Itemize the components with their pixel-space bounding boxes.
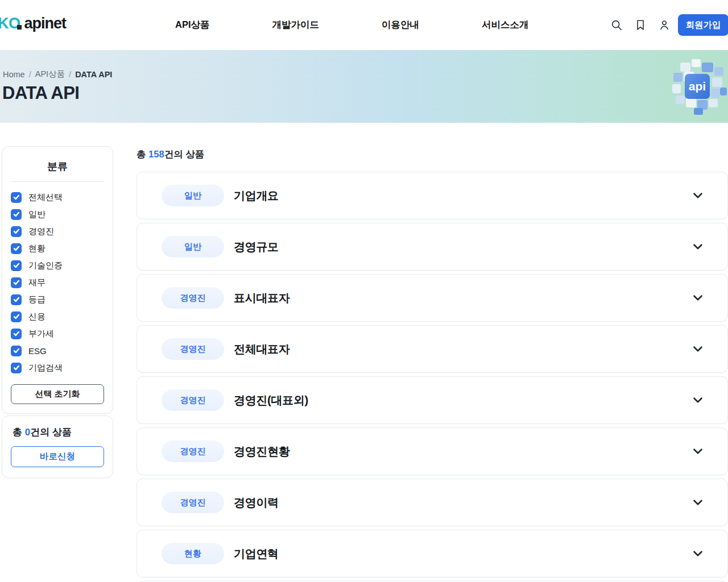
filter-panel: 분류 전체선택 일반 경영진 현황 기술인증 [2,146,113,414]
top-header: KO apinet API상품 개발가이드 이용안내 서비스소개 회원가입 [0,0,728,50]
filter-label: 전체선택 [28,192,63,203]
total-count-suffix: 건의 상품 [164,149,205,159]
product-title: 경영규모 [234,239,279,255]
filter-item-general[interactable]: 일반 [11,206,104,223]
chevron-down-icon[interactable] [690,392,706,408]
main-nav: API상품 개발가이드 이용안내 서비스소개 [175,0,529,50]
product-list-section: 총 158건의 상품 일반 기업개요 일반 경영규모 경영진 표시대표자 경영진… [136,148,728,582]
chevron-down-icon[interactable] [690,290,706,306]
product-accordion-list: 일반 기업개요 일반 경영규모 경영진 표시대표자 경영진 전체대표자 경영진 [136,172,728,582]
filter-label: 기업검색 [28,363,63,373]
logo-apinet: apinet [24,15,67,32]
filter-item-company-search[interactable]: 기업검색 [11,359,104,376]
filter-item-status[interactable]: 현황 [11,240,104,257]
product-row[interactable]: 경영진 표시대표자 [136,274,728,322]
apply-now-button[interactable]: 바로신청 [11,446,104,467]
category-badge: 일반 [162,236,224,257]
selected-count-suffix: 건의 상품 [30,427,72,438]
product-title: 기업연혁 [234,546,279,562]
breadcrumb-current: DATA API [75,70,112,79]
chevron-down-icon[interactable] [690,494,706,510]
product-title: 기업개요 [234,188,279,203]
logo-notch [17,25,22,30]
filter-label: 현황 [28,243,46,254]
product-title: 경영진현황 [234,444,290,459]
signup-button[interactable]: 회원가입 [678,14,728,36]
nav-usage-info[interactable]: 이용안내 [382,19,419,31]
chevron-down-icon[interactable] [690,546,706,562]
nav-dev-guide[interactable]: 개발가이드 [272,19,320,31]
checkbox-checked-icon[interactable] [11,329,22,339]
product-row[interactable]: 경영진 경영이력 [136,479,728,526]
page: KO apinet API상품 개발가이드 이용안내 서비스소개 회원가입 Ho… [0,0,728,582]
breadcrumb-separator: / [69,70,71,79]
filter-item-finance[interactable]: 재무 [11,274,104,291]
logo-ko: KO [0,15,20,32]
checkbox-checked-icon[interactable] [11,209,22,220]
product-row[interactable]: 일반 기업개요 [136,172,728,219]
checkbox-checked-icon[interactable] [11,363,22,373]
chevron-down-icon[interactable] [690,443,706,459]
checkbox-checked-icon[interactable] [11,226,22,237]
total-count-number: 158 [148,149,164,159]
product-row[interactable]: 경영진 경영진현황 [136,427,728,475]
product-row[interactable]: 경영진 경영진(대표외) [136,376,728,424]
filter-item-esg[interactable]: ESG [11,342,104,359]
filter-label: 재무 [28,277,46,288]
svg-text:api: api [689,80,706,93]
chevron-down-icon[interactable] [690,239,706,255]
category-badge: 경영진 [162,440,224,462]
total-count-text: 총 158건의 상품 [136,148,728,161]
filter-list: 전체선택 일반 경영진 현황 기술인증 재무 [11,189,104,376]
filter-item-vat[interactable]: 부가세 [11,325,104,342]
product-row[interactable]: 경영진 전체대표자 [136,325,728,373]
filter-item-grade[interactable]: 등급 [11,291,104,308]
logo[interactable]: KO apinet [0,15,66,32]
account-icon[interactable] [657,19,671,32]
chevron-down-icon[interactable] [690,188,706,203]
api-cube-illustration: api [664,57,728,117]
selection-summary-panel: 총 0건의 상품 바로신청 [2,415,113,478]
filter-label: 일반 [28,209,46,220]
selected-count-text: 총 0건의 상품 [11,426,104,439]
reset-selection-button[interactable]: 선택 초기화 [11,384,104,404]
breadcrumb-home[interactable]: Home [3,70,25,79]
filter-label: 부가세 [28,329,54,339]
category-badge: 경영진 [162,338,224,360]
nav-api-products[interactable]: API상품 [175,19,210,31]
divider [11,181,104,182]
selected-count-prefix: 총 [13,427,25,438]
filter-item-executives[interactable]: 경영진 [11,223,104,240]
product-title: 경영이력 [234,495,279,510]
filter-label: 경영진 [28,226,54,237]
header-icons [610,0,671,50]
breadcrumb: Home / API상품 / DATA API [3,69,112,80]
nav-service-intro[interactable]: 서비스소개 [482,19,529,31]
category-badge: 경영진 [162,492,224,513]
bookmark-icon[interactable] [634,19,647,32]
search-icon[interactable] [610,19,623,32]
checkbox-checked-icon[interactable] [11,260,22,271]
filter-item-credit[interactable]: 신용 [11,308,104,325]
checkbox-checked-icon[interactable] [11,311,22,322]
checkbox-checked-icon[interactable] [11,346,22,356]
filter-label: 등급 [28,294,46,305]
filter-label: 신용 [28,311,46,322]
selected-count-number: 0 [25,427,30,438]
checkbox-checked-icon[interactable] [11,277,22,288]
checkbox-checked-icon[interactable] [11,243,22,254]
product-row[interactable]: 일반 경영규모 [136,223,728,271]
total-count-prefix: 총 [136,149,148,159]
chevron-down-icon[interactable] [690,341,706,357]
checkbox-checked-icon[interactable] [11,294,22,305]
breadcrumb-separator: / [29,70,31,79]
checkbox-checked-icon[interactable] [11,192,22,203]
product-row[interactable]: 현황 기업연혁 [136,530,728,577]
category-badge: 경영진 [162,287,224,309]
filter-item-tech-cert[interactable]: 기술인증 [11,257,104,274]
filter-item-all[interactable]: 전체선택 [11,189,104,206]
category-badge: 현황 [162,543,224,564]
category-badge: 일반 [162,185,224,206]
breadcrumb-section[interactable]: API상품 [35,69,65,80]
filter-panel-title: 분류 [11,156,104,181]
